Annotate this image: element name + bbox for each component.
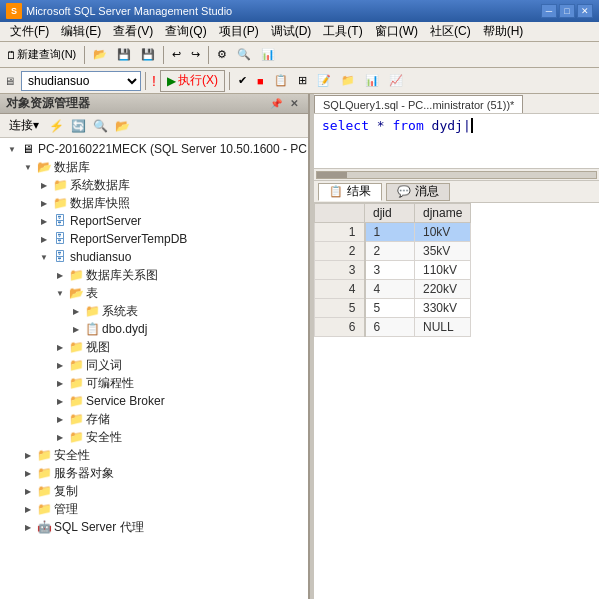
expand-icon-dbo_dydj[interactable]: ▶ — [68, 321, 84, 337]
tree-item-management[interactable]: ▶📁管理 — [0, 500, 308, 518]
disconnect-icon[interactable]: ⚡ — [46, 117, 66, 135]
tree-item-sqlagent[interactable]: ▶🤖SQL Server 代理 — [0, 518, 308, 536]
tree-item-diagrams[interactable]: ▶📁数据库关系图 — [0, 266, 308, 284]
tree-item-dbsnapshot[interactable]: ▶📁数据库快照 — [0, 194, 308, 212]
menu-debug[interactable]: 调试(D) — [265, 21, 318, 42]
expand-icon-reportservertempdb[interactable]: ▶ — [36, 231, 52, 247]
toolbar-btn-4[interactable]: ↩ — [168, 44, 185, 66]
expand-icon-servicebroker[interactable]: ▶ — [52, 393, 68, 409]
filter-icon[interactable]: 🔍 — [90, 117, 110, 135]
tree-item-tables[interactable]: ▼📂表 — [0, 284, 308, 302]
tree-item-reportservertempdb[interactable]: ▶🗄ReportServerTempDB — [0, 230, 308, 248]
editor-scrollbar[interactable] — [314, 169, 599, 181]
table-row[interactable]: 1110kV — [315, 223, 471, 242]
connect-button[interactable]: 连接▾ — [4, 117, 44, 135]
scrollbar-track[interactable] — [316, 171, 597, 179]
expand-icon-reportserver[interactable]: ▶ — [36, 213, 52, 229]
text-btn[interactable]: 📝 — [313, 70, 335, 92]
stats-btn[interactable]: 📈 — [385, 70, 407, 92]
panel-pin-icon[interactable]: 📌 — [268, 96, 284, 112]
toolbar-btn-3[interactable]: 💾 — [137, 44, 159, 66]
tree-item-replication[interactable]: ▶📁复制 — [0, 482, 308, 500]
table-row[interactable]: 33110kV — [315, 261, 471, 280]
expand-icon-tables[interactable]: ▼ — [52, 285, 68, 301]
tree-item-synonyms[interactable]: ▶📁同义词 — [0, 356, 308, 374]
menu-view[interactable]: 查看(V) — [107, 21, 159, 42]
database-selector[interactable]: shudiansuo — [21, 71, 141, 91]
table-row[interactable]: 66NULL — [315, 318, 471, 337]
new-query-button[interactable]: 🗒 新建查询(N) — [2, 44, 80, 66]
toolbar-btn-1[interactable]: 📂 — [89, 44, 111, 66]
menu-query[interactable]: 查询(Q) — [159, 21, 212, 42]
toolbar-btn-6[interactable]: ⚙ — [213, 44, 231, 66]
expand-icon-security_db[interactable]: ▶ — [52, 429, 68, 445]
tree-item-databases[interactable]: ▼📂数据库 — [0, 158, 308, 176]
table-row[interactable]: 55330kV — [315, 299, 471, 318]
results-btn[interactable]: 📋 — [270, 70, 292, 92]
tree-label-replication: 复制 — [54, 483, 78, 500]
menu-community[interactable]: 社区(C) — [424, 21, 477, 42]
tree-item-storage[interactable]: ▶📁存储 — [0, 410, 308, 428]
collapse-icon[interactable]: 📂 — [112, 117, 132, 135]
expand-icon-sqlagent[interactable]: ▶ — [20, 519, 36, 535]
expand-icon-management[interactable]: ▶ — [20, 501, 36, 517]
expand-icon-security[interactable]: ▶ — [20, 447, 36, 463]
expand-icon-shudiansuo[interactable]: ▼ — [36, 249, 52, 265]
scrollbar-thumb[interactable] — [317, 172, 347, 178]
tree-item-dbo_dydj[interactable]: ▶📋dbo.dydj — [0, 320, 308, 338]
tree-item-systemtables[interactable]: ▶📁系统表 — [0, 302, 308, 320]
tree-item-security_db[interactable]: ▶📁安全性 — [0, 428, 308, 446]
query-editor[interactable]: select * from dydj| — [314, 114, 599, 169]
tree-item-reportserver[interactable]: ▶🗄ReportServer — [0, 212, 308, 230]
expand-icon-synonyms[interactable]: ▶ — [52, 357, 68, 373]
execute-button[interactable]: ▶ 执行(X) — [160, 70, 225, 92]
stop-btn[interactable]: ■ — [253, 70, 268, 92]
file-btn[interactable]: 📁 — [337, 70, 359, 92]
expand-icon-replication[interactable]: ▶ — [20, 483, 36, 499]
menu-edit[interactable]: 编辑(E) — [55, 21, 107, 42]
expand-icon-server[interactable]: ▼ — [4, 141, 20, 157]
toolbar-btn-5[interactable]: ↪ — [187, 44, 204, 66]
tree-item-programmability[interactable]: ▶📁可编程性 — [0, 374, 308, 392]
refresh-icon[interactable]: 🔄 — [68, 117, 88, 135]
toolbar-btn-7[interactable]: 🔍 — [233, 44, 255, 66]
toolbar-btn-8[interactable]: 📊 — [257, 44, 279, 66]
expand-icon-views[interactable]: ▶ — [52, 339, 68, 355]
expand-icon-storage[interactable]: ▶ — [52, 411, 68, 427]
maximize-button[interactable]: □ — [559, 4, 575, 18]
expand-icon-programmability[interactable]: ▶ — [52, 375, 68, 391]
tree-item-servicebroker[interactable]: ▶📁Service Broker — [0, 392, 308, 410]
menu-project[interactable]: 项目(P) — [213, 21, 265, 42]
tree-item-serverobjects[interactable]: ▶📁服务器对象 — [0, 464, 308, 482]
menu-file[interactable]: 文件(F) — [4, 21, 55, 42]
expand-icon-dbsnapshot[interactable]: ▶ — [36, 195, 52, 211]
parse-btn[interactable]: ✔ — [234, 70, 251, 92]
query-tab[interactable]: SQLQuery1.sql - PC...ministrator (51))* — [314, 95, 523, 113]
results-table-container[interactable]: djiddjname1110kV2235kV33110kV44220kV5533… — [314, 203, 599, 599]
tree-icon-security: 📁 — [36, 447, 52, 463]
expand-icon-diagrams[interactable]: ▶ — [52, 267, 68, 283]
expand-icon-serverobjects[interactable]: ▶ — [20, 465, 36, 481]
table-row[interactable]: 44220kV — [315, 280, 471, 299]
results-tab-messages[interactable]: 💬 消息 — [386, 183, 450, 201]
tree-item-security[interactable]: ▶📁安全性 — [0, 446, 308, 464]
results-tab-results[interactable]: 📋 结果 — [318, 183, 382, 201]
tree-item-systemdb[interactable]: ▶📁系统数据库 — [0, 176, 308, 194]
toolbar-btn-2[interactable]: 💾 — [113, 44, 135, 66]
tree-item-shudiansuo[interactable]: ▼🗄shudiansuo — [0, 248, 308, 266]
include-btn[interactable]: 📊 — [361, 70, 383, 92]
panel-close-icon[interactable]: ✕ — [286, 96, 302, 112]
expand-icon-databases[interactable]: ▼ — [20, 159, 36, 175]
tree-item-server[interactable]: ▼🖥PC-20160221MECK (SQL Server 10.50.1600… — [0, 140, 308, 158]
expand-icon-systemdb[interactable]: ▶ — [36, 177, 52, 193]
grid-btn[interactable]: ⊞ — [294, 70, 311, 92]
menu-tools[interactable]: 工具(T) — [317, 21, 368, 42]
close-button[interactable]: ✕ — [577, 4, 593, 18]
table-row[interactable]: 2235kV — [315, 242, 471, 261]
menu-help[interactable]: 帮助(H) — [477, 21, 530, 42]
minimize-button[interactable]: ─ — [541, 4, 557, 18]
expand-icon-systemtables[interactable]: ▶ — [68, 303, 84, 319]
tree-item-views[interactable]: ▶📁视图 — [0, 338, 308, 356]
object-tree[interactable]: ▼🖥PC-20160221MECK (SQL Server 10.50.1600… — [0, 138, 308, 599]
menu-window[interactable]: 窗口(W) — [369, 21, 424, 42]
